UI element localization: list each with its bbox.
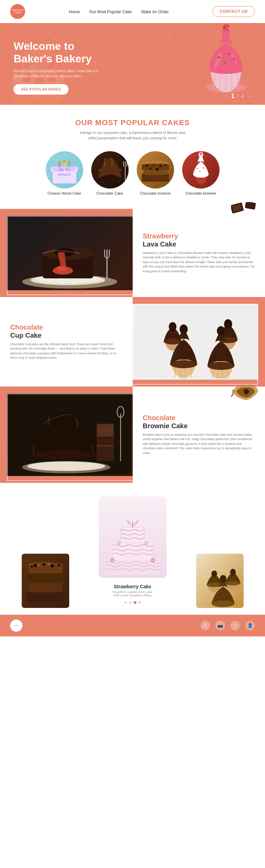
hero-content: Welcome to Baker's Bakery Indulge in our… <box>14 40 145 95</box>
social-twitter[interactable]: 𝕏 <box>201 621 210 630</box>
svg-point-13 <box>223 26 226 28</box>
feature-text-1: Strawberry Lava Cake Strawberry Lava Cak… <box>133 209 265 297</box>
svg-rect-92 <box>27 591 64 603</box>
svg-point-15 <box>225 23 227 26</box>
svg-rect-95 <box>29 564 62 573</box>
footer-social: 𝕏 📷 f 👤 <box>201 621 255 630</box>
feature-row-2-wrapper: Chocolate Cup Cake Chocolate Cupcakes ar… <box>0 297 265 387</box>
bottom-center-info: Strawberry Cake Strawberry upside-down c… <box>112 581 153 597</box>
star-deco-5: ✦ <box>167 33 170 37</box>
svg-point-69 <box>224 319 232 329</box>
star-deco-1: ✦ <box>48 30 51 35</box>
hero-cupcake-image <box>184 23 265 101</box>
footer-logo: GC <box>10 619 22 632</box>
svg-point-119 <box>211 570 217 577</box>
svg-point-121 <box>230 569 236 575</box>
cake-item-4: Chocolate brownie <box>182 151 220 195</box>
feature-desc-2: Chocolate Cupcakes are the ultimate part… <box>10 342 122 360</box>
svg-point-61 <box>53 267 73 275</box>
bottom-item-center: Strawberry Cake Strawberry upside-down c… <box>99 496 167 608</box>
feature-img-3 <box>0 387 133 483</box>
svg-point-98 <box>51 564 54 568</box>
cake-item-2: Chocolate Cake <box>91 151 129 195</box>
feature-title-3: Chocolate Brownie Cake <box>143 414 255 430</box>
feature-row-2: Chocolate Cup Cake Chocolate Cupcakes ar… <box>0 297 265 387</box>
nav-link-home[interactable]: Home <box>69 9 80 14</box>
choc-deco-3 <box>229 381 260 403</box>
hero-pagination: ← 1 / 4 → <box>224 93 251 100</box>
feature-text-2: Chocolate Cup Cake Chocolate Cupcakes ar… <box>0 297 133 387</box>
cake-name-4: Chocolate brownie <box>185 191 216 195</box>
cake-name-3: Chocolate brownie <box>140 191 171 195</box>
footer-bar: GC 𝕏 📷 f 👤 <box>0 615 265 636</box>
svg-point-100 <box>31 566 33 568</box>
cake-item-1: HAPPY BIRTHDAY <box>46 151 83 195</box>
slide-current: 1 <box>231 93 234 100</box>
next-arrow[interactable]: → <box>247 93 251 99</box>
svg-point-127 <box>220 575 226 583</box>
nav-link-order[interactable]: Make An Order <box>141 9 169 14</box>
svg-point-37 <box>159 164 162 167</box>
logo-icon: GORGEOUS CAKES <box>10 4 25 19</box>
svg-rect-93 <box>29 581 62 592</box>
dot-1[interactable] <box>124 601 127 604</box>
svg-point-24 <box>63 160 65 163</box>
contact-button[interactable]: CONTACT US <box>212 6 255 17</box>
bottom-img-left <box>22 554 69 608</box>
feature-row-3-wrapper: Chocolate Brownie Cake Brownie cake is j… <box>0 387 265 483</box>
popular-subtitle: Indulge in our exquisite cake, a harmoni… <box>78 130 187 141</box>
dot-3[interactable] <box>134 601 136 604</box>
svg-point-82 <box>244 389 249 394</box>
cake-image-3 <box>137 151 174 189</box>
social-facebook[interactable]: f <box>230 621 240 630</box>
nav-links: Home Our Most Popular Cake Make An Order <box>69 8 169 15</box>
svg-line-2 <box>220 71 220 92</box>
bottom-img-center <box>99 496 167 578</box>
svg-rect-21 <box>63 162 65 167</box>
popular-title: OUR MOST POPULAR CAKES <box>7 118 258 127</box>
dot-2[interactable] <box>129 601 132 604</box>
feature-img-2 <box>133 297 265 387</box>
feature-row-3: Chocolate Brownie Cake Brownie cake is j… <box>0 387 265 483</box>
svg-point-111 <box>118 542 120 544</box>
svg-point-85 <box>27 461 105 471</box>
feature-title-1: Strawberry Lava Cake <box>143 232 255 248</box>
cake-item-3: Chocolate brownie <box>137 151 174 195</box>
choc-deco-1 <box>231 202 258 221</box>
svg-point-96 <box>34 564 37 567</box>
cake-image-4 <box>182 151 220 189</box>
svg-point-117 <box>152 559 154 561</box>
dot-4[interactable] <box>138 601 141 604</box>
cakes-grid: HAPPY BIRTHDAY <box>7 151 258 195</box>
svg-point-14 <box>227 25 229 27</box>
svg-point-38 <box>165 164 167 166</box>
svg-rect-53 <box>245 202 256 210</box>
cake-image-1: HAPPY BIRTHDAY <box>46 151 83 189</box>
bottom-cake-name: Strawberry Cake <box>112 584 153 589</box>
cake-name-2: Chocolate Cake <box>96 191 123 195</box>
feature-row-1: Strawberry Lava Cake Strawberry Lava Cak… <box>0 209 265 297</box>
feature-desc-1: Strawberry Lava Cake is a decadent desse… <box>143 251 255 274</box>
cake-image-2 <box>91 151 129 189</box>
social-profile[interactable]: 👤 <box>245 621 255 630</box>
svg-point-23 <box>58 161 60 164</box>
svg-text:BIRTHDAY: BIRTHDAY <box>57 173 71 176</box>
see-popular-bakes-button[interactable]: SEE POPULAR BAKES <box>14 84 69 95</box>
hero-section: ✦ ✦ ✦ ✦ ✦ ✦ 🎂 Welcome to Baker's Bakery … <box>0 23 265 105</box>
svg-rect-65 <box>134 304 257 378</box>
svg-line-4 <box>232 71 232 92</box>
nav-link-popular[interactable]: Our Most Popular Cake <box>89 9 132 14</box>
svg-point-40 <box>156 168 158 171</box>
prev-arrow[interactable]: ← <box>224 93 228 99</box>
slash: / <box>237 93 239 99</box>
social-instagram[interactable]: 📷 <box>215 621 225 630</box>
featured-section: Strawberry Lava Cake Strawberry Lava Cak… <box>0 209 265 483</box>
cake-name-1: Cheese Velvet Cake <box>48 191 81 195</box>
bottom-cake-desc: Strawberry upside-down cake with sweet s… <box>112 590 153 597</box>
svg-point-39 <box>149 168 151 170</box>
bottom-item-left <box>22 554 69 608</box>
feature-row-1-wrapper: Strawberry Lava Cake Strawberry Lava Cak… <box>0 209 265 297</box>
footer-logo-text: GC <box>14 624 19 628</box>
pagination-dots <box>124 601 141 604</box>
svg-point-75 <box>179 324 188 334</box>
